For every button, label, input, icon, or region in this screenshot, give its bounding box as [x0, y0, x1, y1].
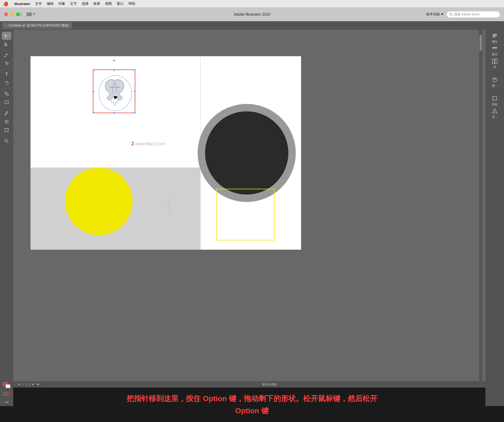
properties-panel[interactable]: 属性	[487, 32, 503, 45]
instruction-bar: 把指针移到这里，按住 Option 键，拖动剩下的形状。松开鼠标键，然后松开 O…	[0, 388, 504, 422]
document-tab[interactable]: × Combine.ai* @ 66.67% (CMYK/GPU 预览)	[2, 22, 72, 29]
handle-bm	[113, 112, 115, 114]
close-button[interactable]	[4, 12, 8, 16]
search-bar[interactable]: 搜索 Adobe Stock	[447, 11, 500, 17]
next-page-icon[interactable]	[32, 383, 34, 386]
menu-window[interactable]: 窗口	[117, 1, 124, 6]
type-tool[interactable]: T	[2, 71, 11, 78]
page-number[interactable]: 1	[25, 383, 27, 386]
svg-point-6	[5, 56, 6, 57]
libraries-label: 库	[493, 65, 496, 69]
canvas-area[interactable]: (	[13, 30, 485, 414]
rotate-tool[interactable]	[2, 79, 11, 87]
app-name[interactable]: Illustrator	[14, 2, 30, 6]
svg-rect-12	[5, 101, 8, 104]
svg-point-11	[6, 94, 8, 96]
color-swatch[interactable]	[2, 381, 11, 389]
handle-ml	[92, 90, 94, 93]
handle-tl	[92, 69, 94, 71]
spray-tool[interactable]	[2, 118, 11, 126]
assets-icon	[492, 108, 498, 114]
chevron-down-icon	[33, 13, 35, 15]
svg-marker-9	[5, 82, 6, 83]
svg-marker-0	[33, 13, 35, 15]
more-tools[interactable]: •••	[2, 398, 11, 406]
prev-page-icon[interactable]	[18, 383, 20, 386]
menubar: 🍎 Illustrator 文件 编辑 对象 文字 选择 效果 视图 窗口 帮助	[0, 0, 504, 7]
shape-builder-tool[interactable]	[2, 90, 11, 98]
fill-stroke-toggle[interactable]	[2, 390, 11, 398]
tab-name: Combine.ai* @ 66.67% (CMYK/GPU 预览)	[8, 23, 69, 28]
libraries-icon	[492, 58, 498, 64]
apple-menu[interactable]: 🍎	[3, 1, 8, 6]
toolbar-left: T •••	[0, 30, 13, 406]
panel-section-1: 属性 图层 库	[485, 32, 504, 72]
yellow-rectangle	[216, 189, 275, 240]
handle-tm	[113, 69, 115, 71]
vertical-scrollbar[interactable]	[479, 30, 482, 407]
svg-marker-1	[441, 14, 444, 15]
svg-rect-7	[5, 62, 8, 65]
menu-edit[interactable]: 编辑	[47, 1, 54, 6]
minimize-button[interactable]	[10, 12, 14, 16]
assets-panel[interactable]: 资...	[487, 107, 503, 120]
menu-effect[interactable]: 效果	[93, 1, 100, 6]
pencil-tool[interactable]	[2, 60, 11, 68]
svg-rect-27	[492, 49, 497, 50]
handle-bl	[92, 112, 94, 114]
titlebar-right: 基本功能 搜索 Adobe Stock	[426, 11, 500, 17]
svg-point-2	[450, 13, 452, 15]
instruction-line2: Option 键	[235, 405, 269, 416]
menu-file[interactable]: 文件	[35, 1, 42, 6]
pen-tool[interactable]	[2, 51, 11, 59]
properties-label: 属性	[492, 40, 498, 44]
workspace-selector[interactable]: 基本功能	[426, 12, 444, 17]
menu-help[interactable]: 帮助	[128, 1, 135, 6]
tabbar: × Combine.ai* @ 66.67% (CMYK/GPU 预览)	[0, 21, 504, 30]
direct-select-tool[interactable]	[2, 40, 11, 48]
layers-label: 图层	[492, 52, 498, 56]
yellow-circle	[65, 168, 133, 235]
menu-view[interactable]: 视图	[105, 1, 112, 6]
dark-circle	[198, 104, 296, 202]
last-page-icon[interactable]	[37, 383, 39, 386]
workspace-chevron-icon	[441, 14, 444, 15]
svg-point-15	[6, 121, 7, 122]
menu-type[interactable]: 文字	[70, 1, 77, 6]
eyedropper-tool[interactable]	[2, 109, 11, 117]
handle-tr	[134, 69, 136, 71]
svg-marker-5	[5, 42, 7, 46]
svg-marker-4	[5, 34, 7, 38]
svg-point-30	[493, 78, 497, 82]
artboard-label: 画板	[492, 102, 498, 106]
vertical-scroll-thumb[interactable]	[480, 35, 482, 51]
layers-panel[interactable]: 图层	[487, 45, 503, 57]
artboard: (	[31, 56, 301, 250]
layers-icon	[492, 45, 498, 52]
artboard-panel[interactable]: 画板	[487, 94, 503, 107]
tab-close-icon[interactable]: ×	[5, 24, 7, 27]
traffic-lights	[4, 12, 20, 16]
svg-rect-26	[492, 48, 497, 49]
workspace-toggle[interactable]	[27, 12, 35, 16]
select-tool[interactable]	[2, 32, 11, 40]
home-icon[interactable]: ⌂	[19, 12, 22, 17]
zoom-tool[interactable]	[2, 137, 11, 145]
graphics-panel[interactable]: 图...	[487, 76, 503, 89]
tool-separator-5	[3, 135, 11, 136]
libraries-panel[interactable]: 库	[487, 57, 503, 70]
artboard-tool[interactable]	[2, 126, 11, 134]
workspace-icon	[27, 12, 32, 16]
panel-section-2: 图...	[485, 76, 504, 90]
panel-section-3: 画板 资...	[485, 94, 504, 122]
tool-label: 形状生成器	[262, 383, 277, 386]
handle-top-ellipse	[113, 59, 115, 61]
svg-point-13	[5, 114, 6, 115]
svg-line-3	[451, 15, 453, 16]
menu-select[interactable]: 选择	[82, 1, 89, 6]
menu-object[interactable]: 对象	[58, 1, 65, 6]
tool-separator-3	[3, 88, 11, 89]
svg-rect-23	[493, 35, 497, 36]
panel-divider-1	[487, 74, 502, 74]
rectangle-tool[interactable]	[2, 98, 11, 106]
